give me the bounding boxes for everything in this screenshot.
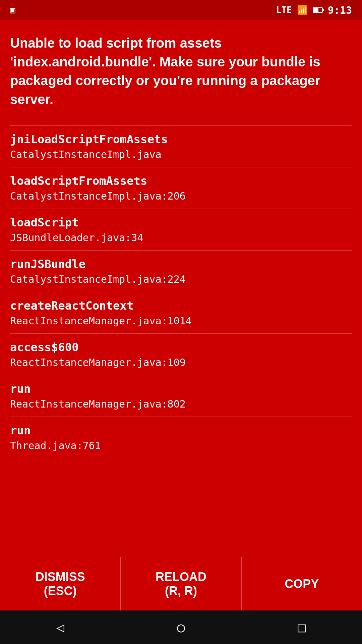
reload-button[interactable]: RELOAD(R, R) bbox=[121, 557, 241, 610]
stack-item: jniLoadScriptFromAssetsCatalystInstanceI… bbox=[10, 125, 352, 167]
back-icon[interactable]: ◁ bbox=[56, 620, 64, 635]
content-area: Unable to load script from assets 'index… bbox=[0, 20, 362, 557]
error-title: Unable to load script from assets 'index… bbox=[10, 34, 352, 109]
stack-file: CatalystInstanceImpl.java bbox=[10, 149, 352, 160]
stack-file: ReactInstanceManager.java:802 bbox=[10, 398, 352, 410]
status-bar: ▣ LTE 📶 9:13 bbox=[0, 0, 362, 20]
stack-item: runThread.java:761 bbox=[10, 417, 352, 458]
dismiss-label: DISMISS(ESC) bbox=[36, 570, 85, 598]
recents-icon[interactable]: □ bbox=[298, 620, 306, 635]
stack-trace-list: jniLoadScriptFromAssetsCatalystInstanceI… bbox=[10, 125, 352, 458]
stack-file: CatalystInstanceImpl.java:206 bbox=[10, 190, 352, 202]
stack-item: runReactInstanceManager.java:802 bbox=[10, 375, 352, 417]
stack-file: CatalystInstanceImpl.java:224 bbox=[10, 273, 352, 285]
stack-item: loadScriptJSBundleLoader.java:34 bbox=[10, 209, 352, 250]
home-icon[interactable]: ○ bbox=[177, 620, 185, 635]
dismiss-button[interactable]: DISMISS(ESC) bbox=[0, 557, 121, 610]
status-bar-left: ▣ bbox=[10, 5, 15, 15]
nav-bar: ◁ ○ □ bbox=[0, 610, 362, 644]
lte-label: LTE bbox=[276, 5, 292, 15]
stack-item: access$600ReactInstanceManager.java:109 bbox=[10, 333, 352, 375]
stack-file: JSBundleLoader.java:34 bbox=[10, 232, 352, 244]
time-display: 9:13 bbox=[328, 4, 352, 16]
stack-file: ReactInstanceManager.java:1014 bbox=[10, 315, 352, 327]
sim-icon: ▣ bbox=[10, 5, 15, 15]
battery-icon bbox=[313, 7, 323, 13]
status-bar-right: LTE 📶 9:13 bbox=[276, 4, 352, 16]
copy-button[interactable]: COPY bbox=[242, 557, 362, 610]
stack-method: runJSBundle bbox=[10, 257, 352, 271]
stack-item: createReactContextReactInstanceManager.j… bbox=[10, 292, 352, 333]
stack-method: jniLoadScriptFromAssets bbox=[10, 132, 352, 146]
stack-method: loadScriptFromAssets bbox=[10, 174, 352, 187]
stack-method: run bbox=[10, 382, 352, 395]
stack-method: run bbox=[10, 424, 352, 437]
stack-method: access$600 bbox=[10, 340, 352, 354]
reload-label: RELOAD(R, R) bbox=[156, 570, 206, 598]
stack-method: loadScript bbox=[10, 216, 352, 229]
stack-method: createReactContext bbox=[10, 299, 352, 312]
signal-icon: 📶 bbox=[297, 5, 308, 15]
stack-item: runJSBundleCatalystInstanceImpl.java:224 bbox=[10, 250, 352, 292]
stack-item: loadScriptFromAssetsCatalystInstanceImpl… bbox=[10, 167, 352, 209]
bottom-buttons: DISMISS(ESC) RELOAD(R, R) COPY bbox=[0, 557, 362, 610]
stack-file: Thread.java:761 bbox=[10, 440, 352, 451]
stack-file: ReactInstanceManager.java:109 bbox=[10, 357, 352, 368]
